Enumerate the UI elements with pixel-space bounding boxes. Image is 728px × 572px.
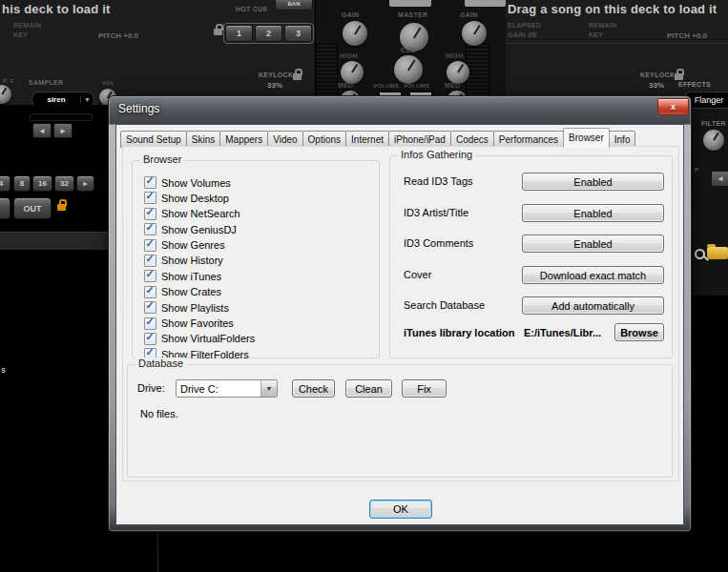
deck-right-key-label: KEY <box>589 31 603 38</box>
show-genres-checkbox[interactable] <box>144 239 156 252</box>
clean-button[interactable]: Clean <box>345 379 392 398</box>
show-netsearch-checkbox[interactable] <box>144 208 156 220</box>
sampler-vol-label: VOL <box>102 80 114 86</box>
keylock-right-label: KEYLOCK <box>640 72 675 78</box>
sampler-progress-bar <box>30 113 93 121</box>
show-favorites-checkbox[interactable] <box>144 317 156 330</box>
loop-8-button[interactable]: 8 <box>13 175 31 192</box>
show-virtualfolders-checkbox[interactable] <box>144 333 156 345</box>
browser-group: Browser Show Volumes Show Desktop Show N… <box>132 160 380 358</box>
cue-knob[interactable] <box>394 55 423 84</box>
checkbox-label: Show Desktop <box>161 193 229 204</box>
hot-cue-lock-icon <box>214 29 222 35</box>
in-button[interactable] <box>0 197 10 219</box>
show-geniusdj-checkbox[interactable] <box>144 223 156 235</box>
id3-comments-label: ID3 Comments <box>404 237 473 249</box>
browse-button[interactable]: Browse <box>614 323 664 341</box>
effect-select-value: Flanger <box>687 95 728 105</box>
checkbox-row-show-virtualfolders: Show VirtualFolders <box>144 333 255 345</box>
browser-group-label: Browser <box>140 153 184 165</box>
checkbox-row-show-netsearch: Show NetSearch <box>144 208 255 220</box>
loop-forward-button[interactable]: ► <box>76 175 94 192</box>
show-history-checkbox[interactable] <box>144 255 156 267</box>
infos-gathering-group-label: Infos Gathering <box>398 149 475 160</box>
database-group-label: Database <box>135 358 186 369</box>
search-database-button[interactable]: Add automatically <box>522 296 664 315</box>
volume-right-label: VOLUME <box>404 83 429 89</box>
sampler-next-button[interactable]: ► <box>53 123 73 138</box>
hot-cue-1-button[interactable]: 1 <box>225 25 253 42</box>
effect-select[interactable]: Flanger <box>686 92 728 109</box>
mixer-top-button-left[interactable] <box>389 0 431 7</box>
high-right-knob[interactable] <box>447 61 469 84</box>
checkbox-label: Show Playlists <box>161 302 229 314</box>
folder-icon[interactable] <box>707 247 728 259</box>
check-button[interactable]: Check <box>292 379 335 398</box>
deck-right-title: Drag a song on this deck to load it <box>508 2 717 16</box>
keylock-left-label: KEYLOCK <box>259 72 293 78</box>
out-button[interactable]: OUT <box>13 197 52 219</box>
show-crates-checkbox[interactable] <box>144 286 156 298</box>
filter-label: FILTER <box>701 120 726 127</box>
ban-button[interactable]: BAN <box>275 0 313 10</box>
tab-browser[interactable]: Browser <box>563 128 610 148</box>
drive-select[interactable]: Drive C: ▼ <box>176 379 278 398</box>
effect-prev-button[interactable]: ◄ <box>711 171 728 187</box>
deck-right-elapsed-label: ELAPSED <box>508 22 541 29</box>
checkbox-label: Show iTunes <box>161 271 221 282</box>
effects-label: EFFECTS <box>678 81 711 88</box>
browser-tab-page: Browser Show Volumes Show Desktop Show N… <box>122 146 679 481</box>
browser-checkbox-list: Show Volumes Show Desktop Show NetSearch… <box>144 176 255 360</box>
checkbox-label: Show Volumes <box>161 177 231 189</box>
filter-knob[interactable] <box>703 130 724 151</box>
close-icon[interactable]: x <box>657 98 689 115</box>
keylock-left-value: 33% <box>267 81 282 90</box>
read-id3-tags-button[interactable]: Enabled <box>522 173 664 191</box>
checkbox-row-show-crates: Show Crates <box>144 286 255 298</box>
itunes-library-location-label: iTunes library location <box>404 327 515 338</box>
mixer-top-button-right[interactable] <box>465 0 506 7</box>
show-desktop-checkbox[interactable] <box>144 192 156 204</box>
cover-button[interactable]: Download exact match <box>522 266 664 284</box>
show-playlists-checkbox[interactable] <box>144 301 156 314</box>
gain-left-label: GAIN <box>342 11 360 18</box>
sampler-select-value: siren <box>32 95 80 104</box>
itunes-library-path: E:/iTunes/Libr... <box>524 327 601 338</box>
hot-cue-2-button[interactable]: 2 <box>255 25 282 42</box>
infos-gathering-group: Infos Gathering Read ID3 Tags Enabled ID… <box>389 155 673 358</box>
deck-left-key-label: KEY <box>13 31 28 38</box>
deck-right-pitch: PITCH +0.0 <box>667 31 707 40</box>
gain-right-knob[interactable] <box>462 21 487 46</box>
hot-cue-3-button[interactable]: 3 <box>284 25 312 42</box>
checkbox-row-show-genres: Show Genres <box>144 239 255 252</box>
dj-top-section: his deck to load it REMAIN KEY PITCH +0.… <box>0 0 728 105</box>
show-itunes-checkbox[interactable] <box>144 270 156 282</box>
deck-left-remain-label: REMAIN <box>13 22 41 29</box>
show-volumes-checkbox[interactable] <box>144 176 156 189</box>
sampler-select[interactable]: siren ▼ <box>31 92 94 105</box>
loop-4-button[interactable]: 4 <box>0 175 10 192</box>
id3-artist-title-button[interactable]: Enabled <box>522 204 664 222</box>
id3-comments-button[interactable]: Enabled <box>522 235 664 253</box>
ok-button[interactable]: OK <box>369 500 432 519</box>
loop-32-button[interactable]: 32 <box>54 175 74 192</box>
gain-left-knob[interactable] <box>343 21 367 46</box>
high-left-knob[interactable] <box>341 61 364 84</box>
checkbox-label: Show Genres <box>161 239 225 251</box>
smart-lock-icon[interactable] <box>57 204 66 211</box>
master-label: MASTER <box>398 11 427 18</box>
settings-dialog: Settings x Sound Setup Skins Mappers Vid… <box>108 95 692 532</box>
checkbox-row-show-desktop: Show Desktop <box>144 192 255 204</box>
search-icon[interactable] <box>695 249 705 259</box>
pe-label: P. E <box>3 78 14 84</box>
chevron-down-icon: ▼ <box>80 96 94 103</box>
loop-16-button[interactable]: 16 <box>32 175 52 192</box>
checkbox-label: Show History <box>161 255 223 266</box>
gain-right-label: GAIN <box>460 11 478 18</box>
chevron-down-icon: ▼ <box>260 380 277 397</box>
deck-right-remain-label: REMAIN <box>589 22 616 29</box>
med-left-label: MED <box>338 82 353 89</box>
fix-button[interactable]: Fix <box>402 379 447 398</box>
sampler-prev-button[interactable]: ◄ <box>32 123 52 138</box>
deck-left-title: his deck to load it <box>2 2 111 16</box>
